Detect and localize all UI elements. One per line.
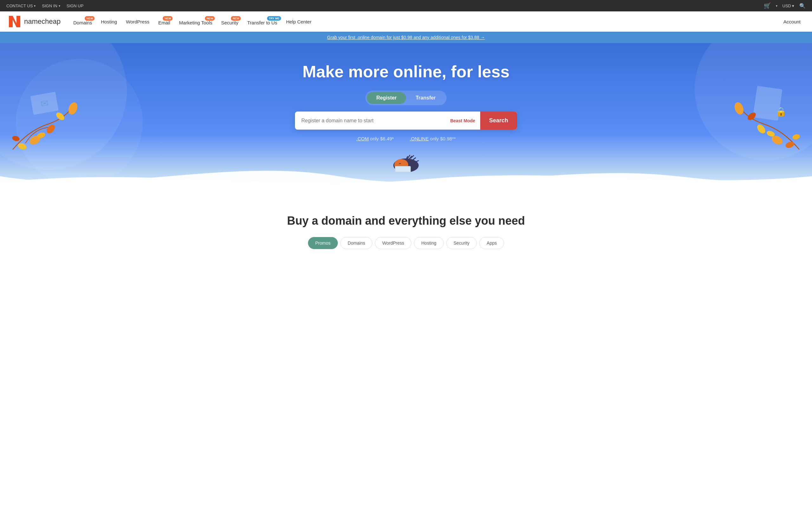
svg-point-5 — [55, 111, 66, 121]
svg-point-6 — [11, 135, 20, 142]
vine-left-svg — [9, 93, 92, 150]
svg-marker-0 — [9, 16, 20, 27]
logo-text: namecheap — [24, 17, 61, 26]
product-tabs: Promos Domains WordPress Hosting Securit… — [13, 237, 799, 249]
section-2-title: Buy a domain and everything else you nee… — [13, 214, 799, 228]
product-tab-wordpress[interactable]: WordPress — [375, 237, 411, 249]
tab-switcher: Register Transfer — [365, 91, 446, 105]
logo[interactable]: namecheap — [8, 14, 61, 29]
svg-rect-18 — [396, 167, 410, 172]
nav-items: NEW Domains Hosting WordPress NEW Email … — [69, 15, 315, 28]
search-bar: Beast Mode Search — [295, 112, 517, 130]
leaves-right — [720, 93, 803, 151]
price-hints: .COM only $6.49* .ONLINE only $0.98** — [356, 136, 456, 141]
badge-new-domains: NEW — [85, 16, 95, 20]
hedgehog-mascot — [387, 143, 425, 176]
nav-item-marketing[interactable]: NEW Marketing Tools — [175, 15, 216, 28]
promo-banner: Grab your first .online domain for just … — [0, 32, 812, 43]
top-bar: CONTACT US ▾ SIGN IN ▾ SIGN UP 🛒 ▾ USD ▾… — [0, 0, 812, 11]
svg-line-22 — [412, 158, 415, 160]
hero-title: Make more online, for less — [302, 62, 509, 81]
product-tab-security[interactable]: Security — [446, 237, 477, 249]
beast-mode-button[interactable]: Beast Mode — [445, 112, 480, 130]
sign-in-link[interactable]: SIGN IN ▾ — [42, 3, 60, 8]
contact-caret: ▾ — [34, 4, 36, 8]
nav-item-security[interactable]: NEW Security — [217, 15, 242, 28]
product-tab-hosting[interactable]: Hosting — [414, 237, 444, 249]
domain-search-input[interactable] — [295, 112, 445, 130]
hedgehog-svg — [387, 143, 425, 172]
com-link[interactable]: .COM — [356, 136, 368, 141]
top-bar-left: CONTACT US ▾ SIGN IN ▾ SIGN UP — [6, 3, 84, 8]
nav-item-account[interactable]: Account — [780, 16, 804, 27]
promo-link[interactable]: Grab your first .online domain for just … — [327, 35, 485, 40]
sign-up-link[interactable]: SIGN UP — [67, 3, 84, 8]
com-hint: .COM only $6.49* — [356, 136, 394, 141]
nav-item-hosting[interactable]: Hosting — [97, 16, 121, 27]
nav-bar: namecheap NEW Domains Hosting WordPress … — [0, 11, 812, 32]
svg-point-13 — [792, 133, 800, 140]
tab-transfer[interactable]: Transfer — [406, 92, 445, 104]
product-tab-promos[interactable]: Promos — [308, 237, 338, 249]
online-link[interactable]: .ONLINE — [410, 136, 429, 141]
svg-point-12 — [746, 111, 757, 121]
product-tab-apps[interactable]: Apps — [479, 237, 504, 249]
cart-icon[interactable]: 🛒 — [764, 2, 771, 9]
badge-new-email: NEW — [163, 16, 172, 20]
nav-item-help[interactable]: Help Center — [282, 16, 315, 27]
badge-tryme-transfer: TRY ME — [267, 16, 281, 20]
leaves-left — [9, 93, 92, 151]
signin-caret: ▾ — [59, 4, 60, 8]
contact-us-link[interactable]: CONTACT US ▾ — [6, 3, 36, 8]
nav-item-email[interactable]: NEW Email — [154, 15, 174, 28]
hero-section: 🔒 Make more online, for less — [0, 43, 812, 195]
nav-item-wordpress[interactable]: WordPress — [122, 16, 153, 27]
section-2: Buy a domain and everything else you nee… — [0, 195, 812, 256]
search-icon[interactable]: 🔍 — [799, 3, 806, 9]
nav-item-domains[interactable]: NEW Domains — [69, 15, 96, 28]
currency-selector[interactable]: USD ▾ — [782, 3, 794, 8]
search-button[interactable]: Search — [480, 112, 517, 130]
tab-register[interactable]: Register — [367, 92, 406, 104]
top-bar-right: 🛒 ▾ USD ▾ 🔍 — [764, 2, 806, 9]
svg-point-4 — [67, 101, 79, 116]
vine-right-svg — [720, 93, 803, 150]
cart-caret: ▾ — [776, 4, 777, 8]
online-hint: .ONLINE only $0.98** — [410, 136, 456, 141]
nav-item-transfer[interactable]: TRY ME Transfer to Us — [243, 15, 281, 28]
logo-icon — [8, 14, 21, 29]
badge-new-security: NEW — [231, 16, 241, 20]
svg-point-9 — [785, 141, 795, 149]
svg-point-11 — [733, 101, 745, 116]
product-tab-domains[interactable]: Domains — [340, 237, 372, 249]
badge-new-marketing: NEW — [205, 16, 215, 20]
